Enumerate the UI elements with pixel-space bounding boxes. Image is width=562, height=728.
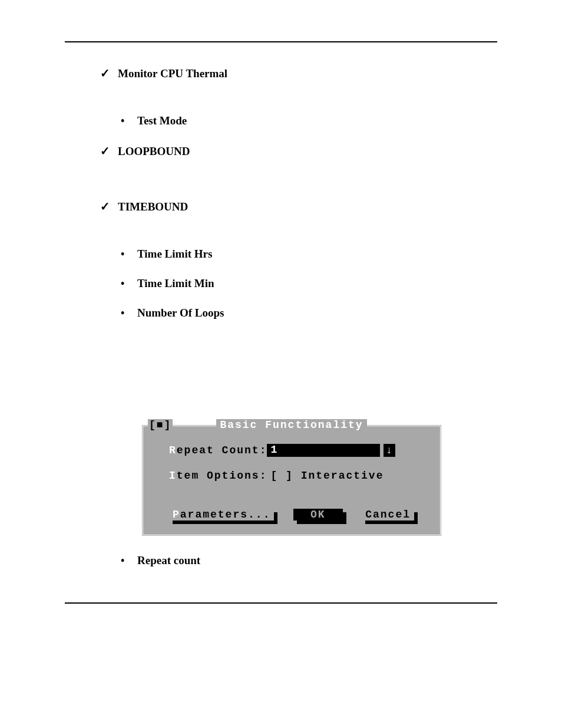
bottom-divider [65,602,497,604]
dialog-title: Basic Functionality [216,419,366,431]
bullet-label: Test Mode [137,114,187,127]
check-icon: ✓ [100,144,118,158]
repeat-count-label: Repeat Count: [169,444,267,456]
check-label: TIMEBOUND [118,200,188,213]
cancel-button[interactable]: Cancel [362,509,414,521]
bullet-icon: • [121,278,137,290]
hotkey-r: R [169,444,177,456]
dropdown-arrow-icon[interactable]: ↓ [384,444,395,457]
top-divider [65,41,497,42]
bullet-label: Time Limit Min [137,277,214,290]
bullet-item-test-mode: • Test Mode [121,114,497,127]
bullet-item-repeat-count: • Repeat count [121,554,497,567]
repeat-count-input[interactable]: 1 [267,444,380,457]
bullet-item-number-of-loops: • Number Of Loops [121,307,497,319]
check-label: LOOPBOUND [118,145,190,158]
dialog-button-row: Parameters... OK Cancel [169,509,414,521]
check-icon: ✓ [100,199,118,213]
bullet-item-time-limit-hrs: • Time Limit Hrs [121,248,497,261]
row-item-options: Item Options: [ ] Interactive [151,470,432,482]
ok-button[interactable]: OK [293,509,343,521]
dialog-frame: [■] Basic Functionality Repeat Count: 1 … [141,424,442,536]
row-repeat-count: Repeat Count: 1 ↓ [151,444,432,457]
check-item-loopbound: ✓ LOOPBOUND [100,144,497,158]
bullet-icon: • [121,555,137,567]
bullet-item-time-limit-min: • Time Limit Min [121,277,497,290]
check-item-monitor-cpu-thermal: ✓ Monitor CPU Thermal [100,66,497,80]
interactive-checkbox[interactable]: [ ] Interactive [267,470,384,482]
dialog-titlebar: [■] Basic Functionality [151,419,432,431]
bullet-label: Time Limit Hrs [137,248,212,261]
bullet-icon: • [121,307,137,319]
bullet-icon: • [121,248,137,261]
document-page: ✓ Monitor CPU Thermal • Test Mode ✓ LOOP… [0,0,562,639]
hotkey-p: P [173,509,180,521]
check-item-timebound: ✓ TIMEBOUND [100,199,497,213]
check-icon: ✓ [100,66,118,80]
bullet-label: Number Of Loops [137,307,224,319]
check-label: Monitor CPU Thermal [118,67,227,80]
hotkey-i: I [169,470,177,482]
dialog-basic-functionality: [■] Basic Functionality Repeat Count: 1 … [141,424,442,536]
bullet-icon: • [121,115,137,127]
dialog-title-wrap: Basic Functionality [151,419,432,431]
parameters-button[interactable]: Parameters... [169,509,274,521]
bullet-label: Repeat count [137,554,200,567]
item-options-label: Item Options: [169,470,267,482]
